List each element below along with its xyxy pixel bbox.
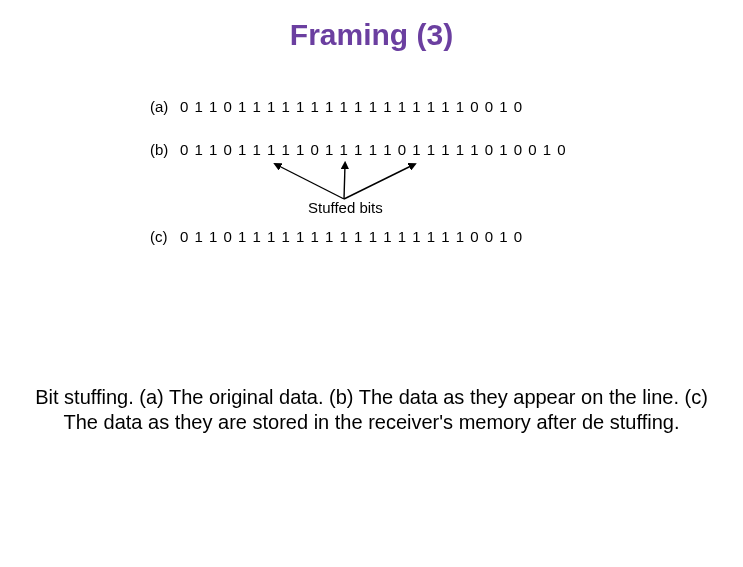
row-c-label: (c) <box>150 228 180 245</box>
caption-c-text: The data as they are stored in the recei… <box>64 411 680 433</box>
caption-b-ref: (b) <box>329 386 353 408</box>
svg-line-0 <box>277 165 344 199</box>
row-c-bits: 0 1 1 0 1 1 1 1 1 1 1 1 1 1 1 1 1 1 1 1 … <box>180 228 523 245</box>
svg-line-1 <box>344 165 345 199</box>
row-a-bits: 0 1 1 0 1 1 1 1 1 1 1 1 1 1 1 1 1 1 1 1 … <box>180 98 523 115</box>
caption-c-ref: (c) <box>685 386 708 408</box>
svg-line-2 <box>344 165 413 199</box>
stuffed-bits-label: Stuffed bits <box>308 199 383 216</box>
caption-prefix: Bit stuffing. <box>35 386 139 408</box>
slide: Framing (3) (a) 0 1 1 0 1 1 1 1 1 1 1 1 … <box>0 0 743 567</box>
row-b: (b) 0 1 1 0 1 1 1 1 1 0 1 1 1 1 1 0 1 1 … <box>150 141 610 158</box>
caption-a-text: The original data. <box>164 386 329 408</box>
caption-b-text: The data as they appear on the line. <box>354 386 685 408</box>
row-a-label: (a) <box>150 98 180 115</box>
row-a: (a) 0 1 1 0 1 1 1 1 1 1 1 1 1 1 1 1 1 1 … <box>150 98 610 115</box>
bit-stuffing-diagram: (a) 0 1 1 0 1 1 1 1 1 1 1 1 1 1 1 1 1 1 … <box>150 98 610 271</box>
row-b-bits: 0 1 1 0 1 1 1 1 1 0 1 1 1 1 1 0 1 1 1 1 … <box>180 141 567 158</box>
page-title: Framing (3) <box>0 18 743 52</box>
caption: Bit stuffing. (a) The original data. (b)… <box>20 385 723 435</box>
row-c: (c) 0 1 1 0 1 1 1 1 1 1 1 1 1 1 1 1 1 1 … <box>150 228 610 245</box>
stuffed-arrows-icon <box>214 159 474 203</box>
caption-a-ref: (a) <box>139 386 163 408</box>
row-b-label: (b) <box>150 141 180 158</box>
